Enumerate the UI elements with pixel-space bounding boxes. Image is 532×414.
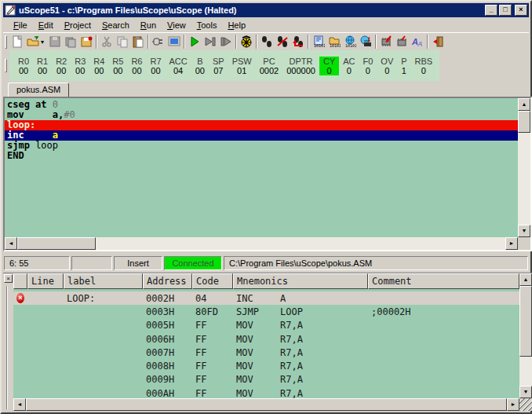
insert-mode-indicator: Insert [114,256,162,270]
register-r6: R600 [127,57,146,75]
disasm-row[interactable]: 0008H FF MOVR7,A [13,359,519,372]
breakpoint-icon[interactable]: × [16,293,24,303]
window-resize-grip[interactable] [519,398,532,411]
register-f0-flag: F00 [359,57,377,75]
app-window: uScope51 - c:\Program Files\uScope\uScop… [0,0,532,414]
run-to-cursor-icon[interactable] [202,34,218,49]
col-header-icon[interactable] [13,273,27,289]
panel-vscrollbar[interactable]: ▲ ▼ [519,273,532,398]
code-line[interactable]: sjmp loop [7,141,518,151]
register-panel: R000 R100 R200 R300 R400 R500 R600 R700 … [3,50,529,81]
menu-edit[interactable]: Edit [33,19,59,31]
toolbar-separator [256,35,257,49]
run-icon[interactable] [187,34,202,49]
menu-tools[interactable]: Tools [191,19,223,31]
menu-project[interactable]: Project [59,19,97,31]
font-icon[interactable]: AA [410,34,425,49]
reset-icon[interactable] [239,34,254,49]
disasm-row[interactable]: 0005H FF MOVR7,A [13,319,519,332]
code-line[interactable]: cseg at 0 [7,100,518,110]
maximize-button[interactable]: □ [499,5,512,16]
open-dropdown-caret[interactable]: ▾ [39,38,46,46]
exit-icon[interactable] [430,34,446,49]
register-ac-flag: AC0 [339,57,359,75]
panel-grip[interactable] [6,286,8,409]
toolbar-separator [375,35,377,49]
code-line-current-exec[interactable]: inc a [5,130,518,141]
menu-view[interactable]: View [162,19,191,31]
scroll-right-icon[interactable]: ► [507,398,519,411]
editor-text[interactable]: cseg at 0 mov a,#0 loop: inc a sjmp loop… [5,98,518,237]
step-out-icon[interactable] [290,34,306,49]
toolbar-separator [235,35,237,49]
status-bar: 6: 55 Insert Connected C:\Program Files\… [3,255,529,271]
col-header-address[interactable]: Address [143,273,192,289]
menu-run[interactable]: Run [135,19,162,31]
disasm-row[interactable]: 0006H FF MOVR7,A [13,332,519,346]
close-button[interactable]: × [515,5,527,16]
tab-pokus-asm[interactable]: pokus.ASM [8,82,69,97]
col-header-comment[interactable]: Comment [368,273,519,289]
col-header-line[interactable]: Line [27,273,64,289]
save-icon[interactable] [47,34,63,49]
paste-icon[interactable] [130,34,146,49]
new-file-icon[interactable] [9,34,25,49]
menu-file[interactable]: File [8,19,33,31]
panel-vscroll-thumb[interactable] [519,286,532,357]
code-line[interactable]: END [7,151,518,161]
disasm-row[interactable]: 000AH FF MOVR7,A [13,387,519,398]
toolbar-grip[interactable] [5,35,7,49]
menu-help[interactable]: Help [222,19,251,31]
disasm-row[interactable]: 0007H FF MOVR7,A [13,346,519,359]
col-header-code[interactable]: Code [192,273,233,289]
code-line[interactable]: mov a,#0 [7,110,518,120]
monitor-icon[interactable] [166,34,182,49]
scroll-left-icon[interactable]: ◄ [5,237,17,250]
editor-vscroll-thumb[interactable] [518,111,530,133]
step-into-icon[interactable] [259,34,275,49]
editor-vscrollbar[interactable]: ▲ ▼ [518,98,530,237]
open-file-icon[interactable]: ▾ [25,34,47,49]
view-sfr-icon[interactable]: 10101 [342,34,358,49]
register-panel-grip[interactable] [5,59,7,72]
scroll-right-icon[interactable]: ► [505,237,518,250]
toolbar-separator [427,35,428,49]
panel-hscroll-thumb[interactable] [26,398,507,411]
scroll-down-icon[interactable]: ▼ [518,225,530,237]
register-r3: R300 [71,57,89,75]
code-line-current-label[interactable]: loop: [5,120,518,130]
menu-bar: File Edit Project Search Run View Tools … [3,17,529,32]
view-code-icon[interactable]: 10101 [311,34,326,49]
minimize-button[interactable]: _ [485,5,497,16]
read-chip-icon[interactable] [378,34,394,49]
scroll-left-icon[interactable]: ◄ [13,398,26,411]
code-editor[interactable]: cseg at 0 mov a,#0 loop: inc a sjmp loop… [3,97,532,251]
step-animate-icon[interactable] [218,34,234,49]
connect-icon[interactable] [151,34,166,49]
disasm-row-current[interactable]: × LOOP: 0002H 04 INCA [13,291,519,305]
save-project-icon[interactable] [78,34,94,49]
toolbar-separator [148,35,149,49]
update-chip-icon[interactable]: ! [358,34,373,49]
panel-hscrollbar[interactable]: ◄ ► [13,398,519,411]
disasm-row[interactable]: 0009H FF MOVR7,A [13,373,519,387]
editor-hscrollbar[interactable]: ◄ ► [5,237,518,250]
scroll-down-icon[interactable]: ▼ [519,386,532,398]
grid-header-row: Line label Address Code Mnemonics Commen… [13,273,519,289]
col-header-label[interactable]: label [64,273,143,289]
register-rbs: RBS0 [411,57,437,75]
disasm-row[interactable]: 0003H 80FD SJMPLOOP ;00002H [13,305,519,318]
col-header-mnemonics[interactable]: Mnemonics [233,273,368,289]
scroll-up-icon[interactable]: ▲ [518,98,530,111]
copy-icon[interactable] [115,34,130,49]
view-data-icon[interactable]: 10101 [326,34,342,49]
cut-icon[interactable] [99,34,115,49]
editor-hscroll-thumb[interactable] [17,237,96,250]
scroll-up-icon[interactable]: ▲ [519,273,532,286]
panel-close-icon[interactable]: × [4,274,13,283]
step-over-icon[interactable] [275,34,290,49]
menu-search[interactable]: Search [97,19,135,31]
write-chip-icon[interactable] [394,34,410,49]
register-b: B00 [191,57,209,75]
save-all-icon[interactable] [63,34,78,49]
